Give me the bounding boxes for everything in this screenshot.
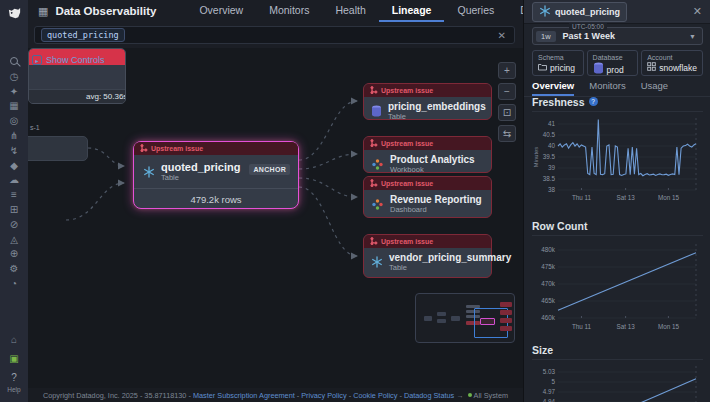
fit-to-screen-button[interactable]: ⊡ <box>498 104 516 121</box>
node-type: Table <box>389 263 511 272</box>
help-icon[interactable]: ? <box>589 97 598 106</box>
snowflake-icon <box>539 5 551 19</box>
org-icon[interactable]: ⌂ <box>0 334 28 346</box>
dashboards-icon[interactable]: ⊞ <box>0 204 28 216</box>
lineage-node-quoted-pricing[interactable]: Upstream issue quoted_pricing Table ANCH… <box>133 141 299 209</box>
close-panel-icon[interactable]: ✕ <box>693 5 702 18</box>
svg-text:4.97: 4.97 <box>543 388 556 395</box>
size-section: Size 5.0354.974.94 <box>532 344 703 402</box>
upstream-issue-icon <box>370 179 378 188</box>
upstream-issue-icon <box>140 144 148 153</box>
main-area: ▦ Data Observability OverviewMonitorsHea… <box>28 0 523 402</box>
snowflake-icon <box>142 166 155 178</box>
upstream-issue-banner: Upstream issue <box>364 177 491 190</box>
size-title: Size <box>532 344 553 356</box>
upstream-issue-banner: Upstream issue <box>364 137 491 150</box>
tab-monitors[interactable]: Monitors <box>256 0 322 22</box>
datadog-logo-icon[interactable] <box>0 0 28 26</box>
lineage-icon[interactable]: ⋔ <box>0 130 28 142</box>
rum-icon[interactable]: ◔ <box>0 278 28 290</box>
search-filter-tag[interactable]: quoted_pricing <box>41 28 125 42</box>
tab-lineage[interactable]: Lineage <box>379 0 445 22</box>
svg-text:Thu 11: Thu 11 <box>572 194 592 201</box>
meta-card-database: Databaseprod <box>587 50 639 76</box>
svg-text:41: 41 <box>548 120 556 127</box>
lineage-minimap[interactable] <box>415 293 515 343</box>
svg-text:38.5: 38.5 <box>543 175 556 182</box>
utc-offset-label: UTC-05:00 <box>569 23 607 30</box>
show-controls-button[interactable]: ▸ Show Controls <box>32 55 105 65</box>
datadog-sidebar: ◷✦▦◎⋔↯◆☁≡⊞⊘◬⊕⚙◔⌂▣ ? Help <box>0 0 28 402</box>
lineage-canvas[interactable]: ▸ Show Controls s-1 avg: 50.36s Upstream… <box>28 48 523 388</box>
node-type: Table <box>161 173 240 182</box>
svg-text:475k: 475k <box>541 263 556 270</box>
database-icon <box>371 105 382 117</box>
upstream-issue-icon <box>370 139 378 148</box>
upstream-issue-banner: Upstream issue <box>364 84 491 97</box>
metrics-icon[interactable]: ▦ <box>0 100 28 112</box>
panel-tab-overview[interactable]: Overview <box>532 80 574 96</box>
top-nav: OverviewMonitorsHealthLineageQueriesData… <box>186 0 574 22</box>
node-title: quoted_pricing <box>161 161 240 173</box>
help-icon[interactable]: ? <box>0 372 28 383</box>
svg-text:4.94: 4.94 <box>543 398 556 402</box>
security-icon[interactable]: ⊘ <box>0 219 28 231</box>
data-observability-icon: ▦ <box>38 5 48 18</box>
grid-icon <box>647 62 656 74</box>
svg-text:38: 38 <box>548 186 556 193</box>
profile-icon[interactable]: ▣ <box>0 353 28 365</box>
monitors-icon[interactable]: ◬ <box>0 234 28 246</box>
panel-tab-monitors[interactable]: Monitors <box>589 80 625 96</box>
svg-text:460k: 460k <box>541 314 556 321</box>
meta-card-schema: Schemapricing <box>532 50 584 76</box>
watchdog-icon[interactable]: ✦ <box>0 86 28 98</box>
node-type: Dashboard <box>390 205 482 214</box>
canvas-controls: + − ⊡ ⇆ <box>498 62 516 142</box>
tab-overview[interactable]: Overview <box>186 0 256 22</box>
lineage-search-input[interactable]: quoted_pricing ✕ <box>34 26 515 44</box>
svg-text:Mon 15: Mon 15 <box>658 323 680 330</box>
synthetics-icon[interactable]: ⊕ <box>0 248 28 260</box>
processes-icon[interactable]: ◆ <box>0 160 28 172</box>
time-range-select[interactable]: UTC-05:00 1w Past 1 Week ▼ <box>532 27 703 45</box>
zoom-in-button[interactable]: + <box>498 62 516 79</box>
row-count-chart: 480k475k470k465k460kThu 11Sat 13Mon 15 <box>532 238 703 333</box>
partial-node-label: s-1 <box>30 124 40 131</box>
svg-text:Thu 11: Thu 11 <box>572 323 592 330</box>
history-icon[interactable]: ◷ <box>0 71 28 83</box>
row-count-title: Row Count <box>532 220 587 232</box>
footer: Copyright Datadog, Inc. 2025 - 35.871181… <box>28 388 523 402</box>
panel-header: quoted_pricing ✕ <box>524 0 710 24</box>
lineage-node-revenue-reporting[interactable]: Upstream issueRevenue ReportingDashboard <box>363 176 492 218</box>
lineage-node-vendor-pricing-summary[interactable]: Upstream issuevendor_pricing_summaryTabl… <box>363 234 492 278</box>
svg-text:470k: 470k <box>541 280 556 287</box>
lineage-node-partial-top[interactable] <box>28 136 88 161</box>
time-range-badge: 1w <box>536 31 556 42</box>
chevron-down-icon: ▼ <box>689 33 696 40</box>
status-ok-dot <box>468 393 472 397</box>
footer-link-datadog-status[interactable]: Datadog Status <box>404 391 454 400</box>
lineage-node-product-analytics[interactable]: Upstream issueProduct AnalyticsWorkbook <box>363 136 492 173</box>
footer-link-master-subscription-agreement[interactable]: Master Subscription Agreement <box>193 391 295 400</box>
cloud-icon[interactable]: ☁ <box>0 174 28 186</box>
snowflake-icon <box>371 256 383 268</box>
tab-health[interactable]: Health <box>322 0 378 22</box>
svg-text:480k: 480k <box>541 246 556 253</box>
search-icon[interactable] <box>0 56 28 68</box>
panel-tab-usage[interactable]: Usage <box>641 80 668 96</box>
upstream-issue-icon <box>370 86 378 95</box>
svg-text:40: 40 <box>548 142 556 149</box>
zoom-out-button[interactable]: − <box>498 83 516 100</box>
tab-queries[interactable]: Queries <box>444 0 507 22</box>
footer-link-cookie-policy[interactable]: Cookie Policy <box>353 391 397 400</box>
events-icon[interactable]: ↯ <box>0 145 28 157</box>
lineage-node-pricing-embeddings[interactable]: Upstream issuepricing_embeddingsTable <box>363 83 492 120</box>
logs-icon[interactable]: ≡ <box>0 189 28 201</box>
app-root: ◷✦▦◎⋔↯◆☁≡⊞⊘◬⊕⚙◔⌂▣ ? Help ▦ Data Observab… <box>0 0 710 402</box>
collapse-button[interactable]: ⇆ <box>498 125 516 142</box>
apm-icon[interactable]: ◎ <box>0 115 28 127</box>
clear-search-icon[interactable]: ✕ <box>498 30 506 41</box>
svg-text:Mon 15: Mon 15 <box>658 194 680 201</box>
settings-icon[interactable]: ⚙ <box>0 263 28 275</box>
footer-link-privacy-policy[interactable]: Privacy Policy <box>301 391 346 400</box>
